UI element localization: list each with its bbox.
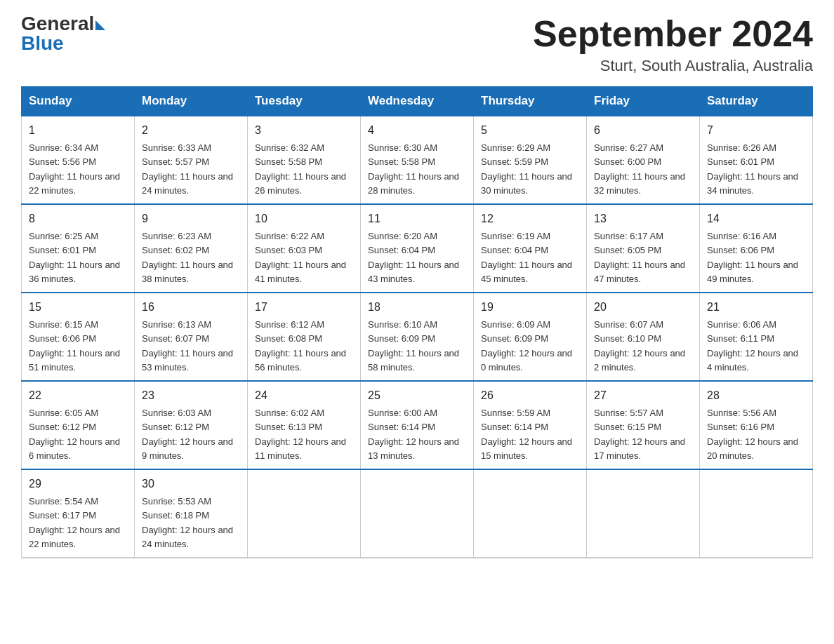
day-number: 15 [29, 299, 127, 316]
table-row: 28 Sunrise: 5:56 AMSunset: 6:16 PMDaylig… [700, 381, 813, 469]
table-row: 2 Sunrise: 6:33 AMSunset: 5:57 PMDayligh… [135, 116, 248, 204]
header-sunday: Sunday [22, 87, 135, 116]
day-number: 5 [481, 122, 579, 139]
table-row: 12 Sunrise: 6:19 AMSunset: 6:04 PMDaylig… [474, 204, 587, 293]
day-number: 14 [707, 210, 805, 227]
table-row: 30 Sunrise: 5:53 AMSunset: 6:18 PMDaylig… [135, 469, 248, 558]
table-row: 5 Sunrise: 6:29 AMSunset: 5:59 PMDayligh… [474, 116, 587, 204]
day-number: 30 [142, 476, 240, 492]
page-header: General Blue September 2024 Sturt, South… [21, 14, 813, 75]
table-row: 18 Sunrise: 6:10 AMSunset: 6:09 PMDaylig… [361, 293, 474, 381]
table-row: 15 Sunrise: 6:15 AMSunset: 6:06 PMDaylig… [22, 293, 135, 381]
table-row: 23 Sunrise: 6:03 AMSunset: 6:12 PMDaylig… [135, 381, 248, 469]
header-wednesday: Wednesday [361, 87, 474, 116]
day-info: Sunrise: 5:54 AMSunset: 6:17 PMDaylight:… [29, 496, 120, 549]
day-number: 8 [29, 210, 127, 227]
day-number: 12 [481, 210, 579, 227]
table-row: 16 Sunrise: 6:13 AMSunset: 6:07 PMDaylig… [135, 293, 248, 381]
table-row: 11 Sunrise: 6:20 AMSunset: 6:04 PMDaylig… [361, 204, 474, 293]
calendar-week-row: 29 Sunrise: 5:54 AMSunset: 6:17 PMDaylig… [22, 469, 813, 558]
month-title: September 2024 [533, 14, 813, 54]
day-number: 17 [255, 299, 353, 316]
day-info: Sunrise: 6:12 AMSunset: 6:08 PMDaylight:… [255, 319, 346, 373]
day-number: 6 [594, 122, 692, 139]
table-row: 7 Sunrise: 6:26 AMSunset: 6:01 PMDayligh… [700, 116, 813, 204]
day-info: Sunrise: 6:03 AMSunset: 6:12 PMDaylight:… [142, 408, 233, 461]
day-number: 23 [142, 387, 240, 404]
table-row: 9 Sunrise: 6:23 AMSunset: 6:02 PMDayligh… [135, 204, 248, 293]
logo-triangle-icon [95, 20, 105, 30]
day-info: Sunrise: 6:27 AMSunset: 6:00 PMDaylight:… [594, 142, 685, 196]
day-number: 11 [368, 210, 466, 227]
day-number: 10 [255, 210, 353, 227]
day-info: Sunrise: 5:59 AMSunset: 6:14 PMDaylight:… [481, 408, 572, 461]
day-number: 1 [29, 122, 127, 139]
table-row: 4 Sunrise: 6:30 AMSunset: 5:58 PMDayligh… [361, 116, 474, 204]
calendar-week-row: 15 Sunrise: 6:15 AMSunset: 6:06 PMDaylig… [22, 293, 813, 381]
table-row: 29 Sunrise: 5:54 AMSunset: 6:17 PMDaylig… [22, 469, 135, 558]
table-row: 27 Sunrise: 5:57 AMSunset: 6:15 PMDaylig… [587, 381, 700, 469]
day-number: 7 [707, 122, 805, 139]
logo-blue: Blue [21, 32, 64, 54]
table-row: 10 Sunrise: 6:22 AMSunset: 6:03 PMDaylig… [248, 204, 361, 293]
table-row: 19 Sunrise: 6:09 AMSunset: 6:09 PMDaylig… [474, 293, 587, 381]
title-area: September 2024 Sturt, South Australia, A… [533, 14, 813, 75]
calendar-week-row: 1 Sunrise: 6:34 AMSunset: 5:56 PMDayligh… [22, 116, 813, 204]
day-info: Sunrise: 6:07 AMSunset: 6:10 PMDaylight:… [594, 319, 685, 373]
day-info: Sunrise: 6:13 AMSunset: 6:07 PMDaylight:… [142, 319, 233, 373]
day-info: Sunrise: 5:56 AMSunset: 6:16 PMDaylight:… [707, 408, 798, 461]
day-number: 2 [142, 122, 240, 139]
location-title: Sturt, South Australia, Australia [533, 57, 813, 75]
calendar-header-row: Sunday Monday Tuesday Wednesday Thursday… [22, 87, 813, 116]
day-number: 19 [481, 299, 579, 316]
day-info: Sunrise: 6:23 AMSunset: 6:02 PMDaylight:… [142, 231, 233, 284]
table-row [474, 469, 587, 558]
day-info: Sunrise: 6:16 AMSunset: 6:06 PMDaylight:… [707, 231, 798, 284]
day-number: 9 [142, 210, 240, 227]
day-number: 24 [255, 387, 353, 404]
calendar-table: Sunday Monday Tuesday Wednesday Thursday… [21, 86, 813, 558]
day-info: Sunrise: 6:00 AMSunset: 6:14 PMDaylight:… [368, 408, 459, 461]
table-row: 20 Sunrise: 6:07 AMSunset: 6:10 PMDaylig… [587, 293, 700, 381]
table-row: 3 Sunrise: 6:32 AMSunset: 5:58 PMDayligh… [248, 116, 361, 204]
day-number: 27 [594, 387, 692, 404]
day-info: Sunrise: 6:10 AMSunset: 6:09 PMDaylight:… [368, 319, 459, 373]
day-info: Sunrise: 6:05 AMSunset: 6:12 PMDaylight:… [29, 408, 120, 461]
header-saturday: Saturday [700, 87, 813, 116]
day-info: Sunrise: 5:57 AMSunset: 6:15 PMDaylight:… [594, 408, 685, 461]
table-row: 8 Sunrise: 6:25 AMSunset: 6:01 PMDayligh… [22, 204, 135, 293]
day-number: 4 [368, 122, 466, 139]
day-number: 26 [481, 387, 579, 404]
day-info: Sunrise: 5:53 AMSunset: 6:18 PMDaylight:… [142, 496, 233, 549]
day-number: 16 [142, 299, 240, 316]
day-info: Sunrise: 6:02 AMSunset: 6:13 PMDaylight:… [255, 408, 346, 461]
day-info: Sunrise: 6:22 AMSunset: 6:03 PMDaylight:… [255, 231, 346, 284]
header-monday: Monday [135, 87, 248, 116]
table-row: 6 Sunrise: 6:27 AMSunset: 6:00 PMDayligh… [587, 116, 700, 204]
header-tuesday: Tuesday [248, 87, 361, 116]
day-info: Sunrise: 6:34 AMSunset: 5:56 PMDaylight:… [29, 142, 120, 196]
day-number: 18 [368, 299, 466, 316]
header-friday: Friday [587, 87, 700, 116]
table-row: 26 Sunrise: 5:59 AMSunset: 6:14 PMDaylig… [474, 381, 587, 469]
day-info: Sunrise: 6:19 AMSunset: 6:04 PMDaylight:… [481, 231, 572, 284]
header-thursday: Thursday [474, 87, 587, 116]
day-number: 3 [255, 122, 353, 139]
day-number: 22 [29, 387, 127, 404]
day-info: Sunrise: 6:06 AMSunset: 6:11 PMDaylight:… [707, 319, 798, 373]
day-number: 25 [368, 387, 466, 404]
day-info: Sunrise: 6:32 AMSunset: 5:58 PMDaylight:… [255, 142, 346, 196]
day-info: Sunrise: 6:26 AMSunset: 6:01 PMDaylight:… [707, 142, 798, 196]
day-info: Sunrise: 6:25 AMSunset: 6:01 PMDaylight:… [29, 231, 120, 284]
table-row: 22 Sunrise: 6:05 AMSunset: 6:12 PMDaylig… [22, 381, 135, 469]
day-info: Sunrise: 6:30 AMSunset: 5:58 PMDaylight:… [368, 142, 459, 196]
table-row: 14 Sunrise: 6:16 AMSunset: 6:06 PMDaylig… [700, 204, 813, 293]
day-info: Sunrise: 6:15 AMSunset: 6:06 PMDaylight:… [29, 319, 120, 373]
day-number: 28 [707, 387, 805, 404]
day-number: 13 [594, 210, 692, 227]
table-row: 24 Sunrise: 6:02 AMSunset: 6:13 PMDaylig… [248, 381, 361, 469]
table-row: 1 Sunrise: 6:34 AMSunset: 5:56 PMDayligh… [22, 116, 135, 204]
table-row [248, 469, 361, 558]
day-number: 29 [29, 476, 127, 492]
calendar-week-row: 8 Sunrise: 6:25 AMSunset: 6:01 PMDayligh… [22, 204, 813, 293]
